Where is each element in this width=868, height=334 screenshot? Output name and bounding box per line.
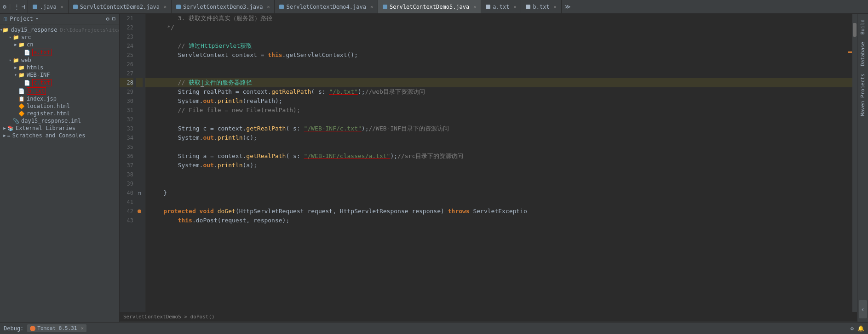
location-label: location.html — [27, 103, 70, 109]
linenum-33: 33 — [120, 124, 133, 133]
settings-icon[interactable]: ⋮ — [14, 3, 20, 10]
tab-close[interactable]: ✕ — [61, 4, 63, 9]
settings-icon[interactable]: ⚙ — [106, 16, 109, 22]
tab-btxt[interactable]: b.txt ✕ — [521, 0, 561, 13]
collapse-icon[interactable]: ⊟ — [112, 16, 115, 22]
tree-btxt[interactable]: 📄 b.txt — [0, 87, 119, 95]
tab-close[interactable]: ✕ — [164, 4, 167, 9]
tab-servlet4[interactable]: ServletContextDemo4.java ✕ — [275, 0, 378, 13]
folder-icon: 📁 — [2, 27, 9, 33]
tree-src[interactable]: ▾ 📁 src — [0, 34, 119, 41]
fold-slot — [136, 133, 143, 142]
tomcat-debug-btn[interactable]: Tomcat 8.5.31 ✕ — [27, 324, 86, 332]
breadcrumb-text: ServletContextDemo5 > doPost() — [123, 314, 215, 320]
txt-icon: 📄 — [24, 50, 30, 56]
linenum-30: 30 — [120, 96, 133, 106]
gear-icon[interactable]: ⚙ — [3, 3, 6, 10]
tab-close[interactable]: ✕ — [267, 4, 270, 9]
tab-close[interactable]: ✕ — [370, 4, 373, 9]
txt-icon: 📄 — [24, 80, 30, 86]
notification-icon[interactable]: 🔔 — [857, 325, 864, 332]
code-line-43: this.doPost(request, response); — [145, 216, 852, 225]
sidebar-toolbar: ⚙ ⊟ — [106, 16, 115, 22]
code-line-42: protected void doGet(HttpServletRequest … — [145, 207, 852, 216]
expand-arrow: ▾ — [7, 35, 13, 40]
linenum-37: 37 — [120, 161, 133, 170]
tab-label: ServletContextDemo2.java — [80, 4, 160, 10]
fold-slot — [136, 161, 143, 170]
settings-gear-icon[interactable]: ⚙ — [851, 325, 854, 332]
scratches-label: Scratches and Consoles — [12, 132, 86, 139]
code-line-28: // 获取|文件的服务器路径 — [145, 78, 852, 87]
tab-icon — [33, 5, 37, 9]
code-line-38 — [145, 170, 852, 179]
tree-iml[interactable]: 📎 day15_response.iml — [0, 117, 119, 125]
close-debug-btn[interactable]: ✕ — [80, 325, 84, 331]
indexjsp-label: index.jsp — [27, 96, 57, 102]
right-scroll-strip — [852, 14, 857, 312]
tab-servlet3[interactable]: ServletContextDemo3.java ✕ — [172, 0, 275, 13]
scroll-thumb[interactable] — [853, 23, 857, 37]
tab-icon — [526, 5, 530, 9]
breakpoint-icon[interactable] — [138, 209, 141, 213]
tree-atxt[interactable]: 📄 a.txt — [0, 48, 119, 57]
html-icon: 🔶 — [18, 103, 25, 109]
html-icon: 🔶 — [18, 111, 25, 117]
code-text: String realPath = context.getRealPath( s… — [149, 87, 425, 96]
tree-indexjsp[interactable]: 📋 index.jsp — [0, 95, 119, 102]
tab-overflow[interactable]: ≫ — [562, 0, 574, 13]
chevron-down-icon[interactable]: ▾ — [36, 17, 38, 21]
fold-slot — [136, 106, 143, 115]
ctxt-label: c.txt — [32, 79, 52, 86]
tab-close[interactable]: ✕ — [473, 4, 476, 9]
code-line-26 — [145, 60, 852, 69]
scratches-icon: ✏ — [7, 133, 11, 139]
pin-icon[interactable]: ⊣ — [22, 3, 25, 10]
scroll-marker — [848, 51, 852, 53]
linenum-34: 34 — [120, 133, 133, 142]
tree-location[interactable]: 🔶 location.html — [0, 102, 119, 110]
editor-content[interactable]: 3. 获取文件的真实（服务器）路径 */ // 通过HttpServlet获取 — [145, 14, 852, 312]
cn-text: 通过HttpServlet获取 — [189, 41, 252, 51]
linenum-21: 21 — [120, 14, 133, 23]
tree-cn[interactable]: ▶ 📁 cn — [0, 41, 119, 48]
database-tab[interactable]: Database — [859, 38, 867, 70]
sidebar-tree: ▾ 📁 day15_response D:\IdeaProjects\itcas… — [0, 24, 119, 322]
separator: | — [8, 3, 12, 10]
tree-ctxt[interactable]: 📄 c.txt — [0, 79, 119, 87]
tree-scratches[interactable]: ▶ ✏ Scratches and Consoles — [0, 132, 119, 139]
linenum-39: 39 — [120, 179, 133, 188]
editor-area: 21 22 23 24 25 26 27 28 29 30 31 32 — [120, 14, 857, 312]
linenum-42: 42 — [120, 207, 133, 216]
linenum-41: 41 — [120, 198, 133, 207]
tree-htmls[interactable]: ▶ 📁 htmls — [0, 64, 119, 71]
tab-close[interactable]: ✕ — [513, 4, 516, 9]
tab-servlet5[interactable]: ServletContextDemo5.java ✕ — [378, 0, 481, 13]
tab-close[interactable]: ✕ — [554, 4, 557, 9]
line-numbers: 21 22 23 24 25 26 27 28 29 30 31 32 — [120, 14, 136, 312]
tab-servlet2[interactable]: ServletContextDemo2.java ✕ — [69, 0, 172, 13]
code-line-36: String a = context.getRealPath( s: "/WEB… — [145, 152, 852, 161]
fold-slot — [136, 51, 143, 60]
expand-arrow: ▶ — [2, 126, 7, 130]
fold-icon[interactable]: □ — [136, 188, 143, 198]
tree-web[interactable]: ▾ 📁 web — [0, 57, 119, 64]
editor-gutter: 21 22 23 24 25 26 27 28 29 30 31 32 — [120, 14, 145, 312]
fold-slot — [136, 32, 143, 41]
collapse-right-btn[interactable]: ‹ — [859, 300, 867, 318]
linenum-40: 40 — [120, 188, 133, 198]
code-text: ServletContext context = this.getServlet… — [149, 51, 358, 60]
build-tab[interactable]: Build — [859, 16, 867, 38]
tree-webinf[interactable]: ▾ 📁 WEB-INF — [0, 71, 119, 79]
tree-register[interactable]: 🔶 register.html — [0, 110, 119, 117]
linenum-29: 29 — [120, 87, 133, 96]
maven-tab[interactable]: Maven Projects — [859, 70, 867, 120]
tree-root[interactable]: ▾ 📁 day15_response D:\IdeaProjects\itcas… — [0, 26, 119, 34]
code-text: protected void doGet(HttpServletRequest … — [149, 207, 527, 216]
tab-atxt[interactable]: a.txt ✕ — [481, 0, 521, 13]
tab-java[interactable]: .java ✕ — [28, 0, 68, 13]
fold-slot — [136, 69, 143, 78]
tree-external-libs[interactable]: ▶ 📚 External Libraries — [0, 125, 119, 132]
fold-slot — [136, 115, 143, 124]
code-text: 3. 获取文件的真实（服务器）路径 — [149, 14, 272, 23]
